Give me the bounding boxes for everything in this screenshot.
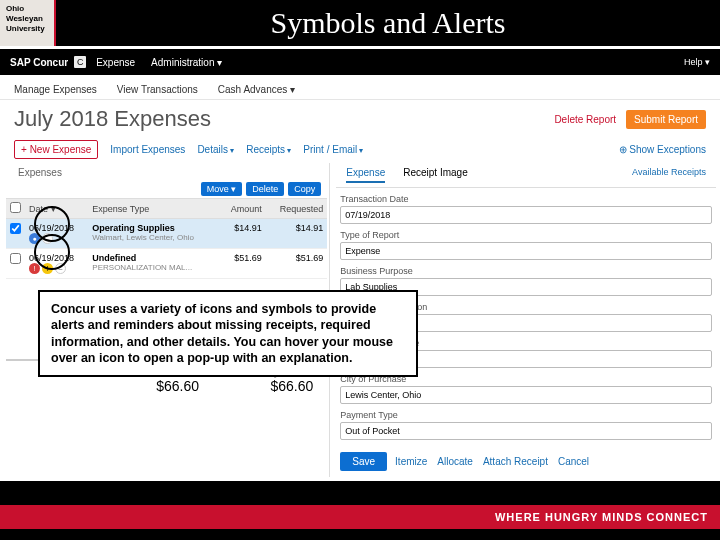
- row-checkbox[interactable]: [10, 253, 21, 264]
- import-expenses-link[interactable]: Import Expenses: [110, 144, 185, 155]
- detail-tab-receipt-image[interactable]: Receipt Image: [403, 167, 467, 183]
- concur-top-nav: SAP Concur C Expense Administration ▾ He…: [0, 49, 720, 75]
- label-payment-type: Payment Type: [340, 410, 712, 420]
- details-menu[interactable]: Details: [197, 144, 234, 155]
- footer-line: [0, 529, 720, 540]
- tab-cash-advances[interactable]: Cash Advances ▾: [218, 84, 295, 95]
- table-row[interactable]: 06/19/2018 ● – Operating Supplies Walmar…: [6, 219, 327, 249]
- info-icon[interactable]: ●: [29, 233, 40, 244]
- row-requested: $51.69: [266, 249, 328, 279]
- receipt-icon[interactable]: –: [55, 263, 66, 274]
- row-alert-icons[interactable]: ! ! –: [29, 263, 66, 274]
- show-exceptions-link[interactable]: Show Exceptions: [619, 144, 707, 155]
- nav-administration[interactable]: Administration ▾: [151, 57, 222, 68]
- cancel-link[interactable]: Cancel: [556, 452, 591, 471]
- nav-help[interactable]: Help ▾: [684, 57, 710, 67]
- concur-brand: SAP Concur: [10, 57, 68, 68]
- submit-report-button[interactable]: Submit Report: [626, 110, 706, 129]
- footer-black-bar: [0, 481, 720, 505]
- error-icon[interactable]: !: [29, 263, 40, 274]
- input-payment-type[interactable]: [340, 422, 712, 440]
- warning-icon[interactable]: !: [42, 263, 53, 274]
- row-type: Undefined: [92, 253, 136, 263]
- total-requested-value: $66.60: [229, 378, 313, 394]
- expenses-section-label: Expenses: [6, 163, 327, 180]
- col-date[interactable]: Date ▾: [25, 199, 88, 219]
- expense-table: Date ▾ Expense Type Amount Requested 06/…: [6, 198, 327, 279]
- receipt-icon[interactable]: –: [42, 233, 53, 244]
- delete-report-link[interactable]: Delete Report: [554, 114, 616, 125]
- slide-title-bar: Ohio Wesleyan University Symbols and Ale…: [0, 0, 720, 46]
- page-title: July 2018 Expenses: [14, 106, 211, 132]
- select-all-checkbox[interactable]: [10, 202, 21, 213]
- subnav-tabs: Manage Expenses View Transactions Cash A…: [0, 78, 720, 100]
- concur-brand-icon: C: [74, 56, 86, 68]
- row-date: 06/19/2018: [29, 253, 84, 263]
- row-vendor: PERSONALIZATION MAL...: [92, 263, 215, 272]
- label-type-of-report: Type of Report: [340, 230, 712, 240]
- label-transaction-date: Transaction Date: [340, 194, 712, 204]
- save-button[interactable]: Save: [340, 452, 387, 471]
- row-alert-icons[interactable]: ● –: [29, 233, 53, 244]
- row-date: 06/19/2018: [29, 223, 84, 233]
- col-amount[interactable]: Amount: [219, 199, 266, 219]
- attach-receipt-link[interactable]: Attach Receipt: [481, 452, 550, 471]
- total-amount-value: $66.60: [132, 378, 199, 394]
- col-type[interactable]: Expense Type: [88, 199, 219, 219]
- table-row[interactable]: 06/19/2018 ! ! – Undefined PERSONALIZATI…: [6, 249, 327, 279]
- university-logo: Ohio Wesleyan University: [0, 0, 56, 46]
- input-transaction-date[interactable]: [340, 206, 712, 224]
- row-amount: $51.69: [219, 249, 266, 279]
- allocate-link[interactable]: Allocate: [435, 452, 475, 471]
- row-requested: $14.91: [266, 219, 328, 249]
- col-requested[interactable]: Requested: [266, 199, 328, 219]
- move-button[interactable]: Move ▾: [201, 182, 243, 196]
- receipts-menu[interactable]: Receipts: [246, 144, 291, 155]
- slide-title: Symbols and Alerts: [56, 6, 720, 40]
- input-city-of-purchase[interactable]: [340, 386, 712, 404]
- copy-button[interactable]: Copy: [288, 182, 321, 196]
- explanation-callout: Concur uses a variety of icons and symbo…: [38, 290, 418, 377]
- row-amount: $14.91: [219, 219, 266, 249]
- delete-button[interactable]: Delete: [246, 182, 284, 196]
- row-type: Operating Supplies: [92, 223, 175, 233]
- row-vendor: Walmart, Lewis Center, Ohio: [92, 233, 215, 242]
- footer-slogan: WHERE HUNGRY MINDS CONNECT: [0, 505, 720, 529]
- new-expense-button[interactable]: New Expense: [14, 140, 98, 159]
- itemize-link[interactable]: Itemize: [393, 452, 429, 471]
- row-checkbox[interactable]: [10, 223, 21, 234]
- detail-tab-expense[interactable]: Expense: [346, 167, 385, 183]
- label-business-purpose: Business Purpose: [340, 266, 712, 276]
- available-receipts-link[interactable]: Available Receipts: [628, 165, 710, 185]
- tab-manage-expenses[interactable]: Manage Expenses: [14, 84, 97, 95]
- nav-expense[interactable]: Expense: [96, 57, 135, 68]
- print-email-menu[interactable]: Print / Email: [303, 144, 363, 155]
- input-type-of-report[interactable]: [340, 242, 712, 260]
- tab-view-transactions[interactable]: View Transactions: [117, 84, 198, 95]
